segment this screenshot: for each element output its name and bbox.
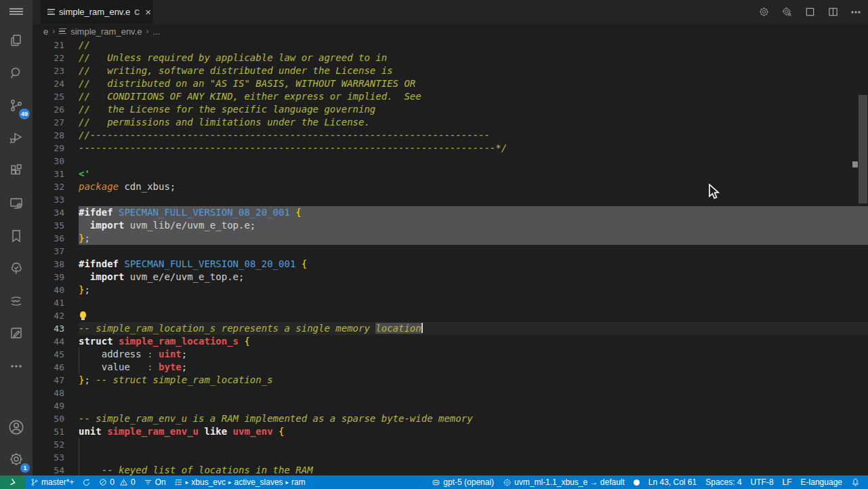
line-number[interactable]: 45 [33,348,79,361]
code-line[interactable]: 23// writing, software distributed under… [33,64,868,77]
gear-user-icon[interactable] [780,5,793,20]
line-number[interactable]: 30 [33,155,79,168]
extensions-icon[interactable] [0,155,33,187]
explorer-icon[interactable] [0,24,33,57]
remote-explorer-icon[interactable] [0,187,33,220]
line-number[interactable]: 23 [33,64,79,77]
cursor-position-item[interactable]: Ln 43, Col 61 [648,477,697,487]
line-number[interactable]: 48 [33,387,79,399]
code-line[interactable]: 49 [33,399,868,412]
line-number[interactable]: 52 [33,438,79,451]
code-line[interactable]: 29--------------------------------------… [33,142,868,155]
accounts-icon[interactable] [0,411,33,444]
line-number[interactable]: 42 [33,309,79,322]
problems-item[interactable]: 0 0 [99,477,135,487]
code-line[interactable]: 51unit simple_ram_env_u like uvm_env { [33,425,868,438]
indentation-item[interactable]: Spaces: 4 [705,477,741,487]
line-number[interactable]: 51 [33,425,79,438]
line-number[interactable]: 36 [33,232,79,245]
code-line[interactable]: 48 [33,387,868,399]
encoding-item[interactable]: UTF-8 [751,477,774,487]
split-editor-icon[interactable] [826,5,840,20]
settings-gear-icon[interactable]: 1 [0,443,33,475]
code-line[interactable]: 25// CONDITIONS OF ANY KIND, either expr… [33,90,868,103]
breadcrumb-file[interactable]: simple_ram_env.e [70,26,142,37]
line-number[interactable]: 50 [33,412,79,425]
code-line[interactable]: 31<' [33,168,868,180]
scrollbar-thumb[interactable] [859,95,867,203]
line-number[interactable]: 40 [33,283,79,296]
line-number[interactable]: 21 [33,39,79,52]
run-debug-icon[interactable] [0,122,33,155]
gear-icon[interactable] [757,5,770,20]
line-number[interactable]: 47 [33,374,79,387]
sync-icon[interactable] [82,478,91,487]
code-line[interactable]: 28//------------------------------------… [33,129,868,142]
layout-square-icon[interactable] [803,5,817,20]
line-number[interactable]: 29 [33,142,79,155]
code-line[interactable]: 50-- simple_ram_env_u is a RAM implement… [33,412,868,425]
code-line[interactable]: 36}; [33,232,868,245]
line-number[interactable]: 27 [33,116,79,129]
lightbulb-icon[interactable] [79,311,87,320]
close-icon[interactable]: × [145,6,151,18]
tab-simple-ram-env[interactable]: simple_ram_env.e C × [41,0,153,24]
eol-item[interactable]: LF [783,477,792,487]
code-line[interactable]: 22// Unless required by applicable law o… [33,52,868,64]
line-number[interactable]: 25 [33,90,79,103]
code-line[interactable]: 54 -- keyed list of locations in the RAM [33,464,868,475]
additional-views-icon[interactable] [0,350,33,383]
line-number[interactable]: 31 [33,168,79,180]
line-number[interactable]: 35 [33,219,79,232]
code-line[interactable]: 34#ifdef SPECMAN_FULL_VERSION_08_20_001 … [33,206,868,219]
ai-model-item[interactable]: gpt-5 (openai) [432,477,494,487]
line-number[interactable]: 32 [33,180,79,193]
line-number[interactable]: 38 [33,258,79,271]
code-line[interactable]: 35 import uvm_lib/e/uvm_e_top.e; [33,219,868,232]
code-line[interactable]: 42 [33,309,868,322]
code-line[interactable]: 43-- simple_ram_location_s represents a … [33,322,868,335]
code-line[interactable]: 47}; -- struct simple_ram_location_s [33,374,868,387]
code-line[interactable]: 40}; [33,283,868,296]
code-line[interactable]: 52 [33,438,868,451]
line-number[interactable]: 44 [33,335,79,348]
code-line[interactable]: 32package cdn_xbus; [33,180,868,193]
breadcrumb-symbol[interactable]: ... [153,26,161,37]
code-line[interactable]: 45 address : uint; [33,348,868,361]
config-item[interactable]: uvm_ml-1.1_xbus_e → default [503,477,625,487]
line-number[interactable]: 39 [33,271,79,283]
git-branch-item[interactable]: master*+ [30,477,74,487]
notifications-bell-icon[interactable] [851,477,860,487]
tree-check-icon[interactable] [0,252,33,285]
bookmarks-icon[interactable] [0,220,33,252]
line-number[interactable]: 37 [33,245,79,258]
more-actions-icon[interactable] [849,5,863,20]
code-line[interactable]: 26// the License for the specific langua… [33,103,868,116]
code-line[interactable]: 44struct simple_ram_location_s { [33,335,868,348]
source-control-icon[interactable]: 49 [0,90,33,122]
notebook-pen-icon[interactable] [0,317,33,350]
line-number[interactable]: 54 [33,464,79,475]
line-number[interactable]: 34 [33,206,79,219]
menu-icon[interactable] [0,0,33,23]
status-dot-icon[interactable] [634,480,640,486]
code-editor[interactable]: 21//22// Unless required by applicable l… [33,39,868,475]
code-line[interactable]: 30 [33,155,868,168]
search-icon[interactable] [0,57,33,90]
line-number[interactable]: 26 [33,103,79,116]
scope-path-item[interactable]: ▸ xbus_evc ▸ active_slaves ▸ ram [174,477,306,487]
code-line[interactable]: 27// permissions and limitations under t… [33,116,868,129]
line-number[interactable]: 28 [33,129,79,142]
code-line[interactable]: 46 value : byte; [33,361,868,374]
language-mode-item[interactable]: E-language [801,477,842,487]
code-line[interactable]: 53 [33,451,868,464]
code-line[interactable]: 38#ifndef SPECMAN_FULL_VERSION_08_20_001… [33,258,868,271]
line-number[interactable]: 33 [33,193,79,206]
waves-icon[interactable] [0,285,33,317]
line-number[interactable]: 49 [33,399,79,412]
code-line[interactable]: 21// [33,39,868,52]
code-line[interactable]: 24// distributed on an "AS IS" BASIS, WI… [33,77,868,90]
line-number[interactable]: 46 [33,361,79,374]
breadcrumb-folder[interactable]: e [43,26,48,37]
code-line[interactable]: 37 [33,245,868,258]
